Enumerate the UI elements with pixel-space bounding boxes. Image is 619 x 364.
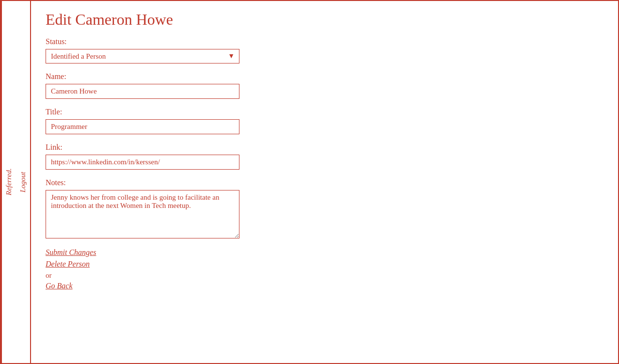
sidebar-item-referred[interactable]: Referred. xyxy=(1,1,16,363)
main-content: Edit Cameron Howe Status: Identified a P… xyxy=(31,1,618,363)
link-label: Link: xyxy=(46,143,603,152)
name-input[interactable] xyxy=(46,84,239,99)
status-select-wrapper: Identified a PersonContactedIn ProgressC… xyxy=(46,49,239,63)
notes-group: Notes: xyxy=(46,178,603,238)
status-label: Status: xyxy=(46,37,603,46)
submit-changes-button[interactable]: Submit Changes xyxy=(46,248,96,257)
name-label: Name: xyxy=(46,72,603,81)
link-group: Link: xyxy=(46,143,603,170)
link-input[interactable] xyxy=(46,155,239,170)
actions: Submit Changes Delete Person or Go Back xyxy=(46,248,603,290)
status-select[interactable]: Identified a PersonContactedIn ProgressC… xyxy=(46,49,239,63)
sidebar: Referred. Logout xyxy=(1,1,31,363)
title-input[interactable] xyxy=(46,119,239,134)
name-group: Name: xyxy=(46,72,603,99)
notes-input[interactable] xyxy=(46,190,239,238)
delete-person-button[interactable]: Delete Person xyxy=(46,260,90,269)
title-group: Title: xyxy=(46,108,603,134)
notes-label: Notes: xyxy=(46,178,603,187)
go-back-link[interactable]: Go Back xyxy=(46,282,73,290)
sidebar-item-logout[interactable]: Logout xyxy=(16,1,30,363)
title-label: Title: xyxy=(46,108,603,116)
or-text: or xyxy=(46,271,603,280)
status-group: Status: Identified a PersonContactedIn P… xyxy=(46,37,603,63)
page-title: Edit Cameron Howe xyxy=(46,11,603,29)
